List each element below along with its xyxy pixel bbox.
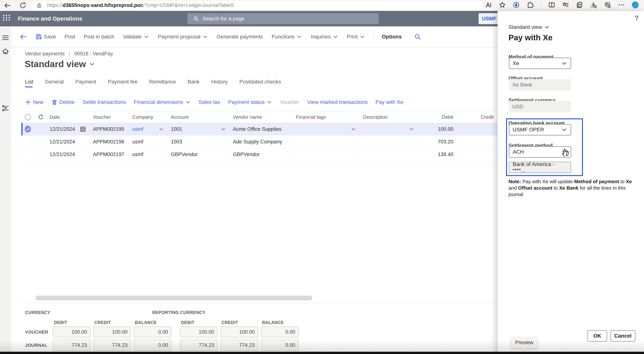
row-selected-check-icon[interactable] (25, 126, 31, 133)
column-header-description[interactable]: Description (360, 111, 418, 123)
cell-debit[interactable]: 138.40 (418, 148, 457, 161)
cell-credit[interactable] (457, 148, 498, 161)
column-header-voucher[interactable]: Voucher (90, 111, 129, 123)
cell-financial-tags[interactable] (292, 123, 360, 135)
cell-description[interactable] (360, 136, 418, 148)
toolbar-pay-with-xe-button[interactable]: Pay with Xe (376, 99, 404, 105)
toolbar-settle-transactions-button[interactable]: Settle transactions (82, 99, 126, 105)
favorites-star-icon[interactable] (499, 2, 506, 8)
action-print-button[interactable]: Print (347, 34, 365, 40)
operating-bank-account-chevron-down-icon[interactable] (561, 127, 567, 133)
cell-vendor-name[interactable]: Ade Supply Company (230, 136, 292, 148)
browser-reload-icon[interactable] (19, 2, 27, 10)
select-all-checkbox[interactable] (21, 111, 34, 123)
column-header-vendor-name[interactable]: Vendor name (230, 111, 292, 123)
toolbar-sales-tax-button[interactable]: Sales tax (198, 99, 220, 105)
preview-button[interactable]: Preview (511, 337, 538, 348)
cell-voucher[interactable]: APPM002195 (90, 123, 129, 135)
options-button[interactable]: Options (382, 34, 402, 40)
tab-general[interactable]: General (45, 79, 64, 88)
action-generate-payments-button[interactable]: Generate payments (217, 34, 263, 40)
chevron-down-icon[interactable] (221, 127, 226, 132)
action-validate-button[interactable]: Validate (123, 34, 149, 40)
toolbar-payment-status-button[interactable]: Payment status (228, 99, 272, 105)
column-header-debit[interactable]: Debit (418, 111, 457, 123)
cell-credit[interactable] (457, 136, 498, 148)
column-header-credit[interactable]: Credit (457, 111, 498, 123)
action-post-button[interactable]: Post (65, 34, 75, 40)
tab-remittance[interactable]: Remittance (149, 79, 176, 88)
collections-add-icon[interactable] (576, 2, 583, 8)
tab-payment[interactable]: Payment (75, 79, 96, 88)
home-icon[interactable] (2, 48, 9, 55)
action-payment-proposal-button[interactable]: Payment proposal (158, 34, 208, 40)
cell-company[interactable]: usmf (129, 148, 168, 161)
favorites-icon[interactable] (2, 61, 9, 69)
table-row[interactable]: 12/21/2024APPM002196usmf1003Ade Supply C… (21, 136, 498, 148)
cell-company[interactable]: usmf (129, 123, 168, 135)
calendar-icon[interactable] (80, 126, 86, 132)
cell-company[interactable]: usmf (129, 136, 168, 148)
table-row[interactable]: 12/21/2024APPM002197usmfGBPVendorGBPVend… (21, 148, 498, 161)
recent-icon[interactable] (2, 75, 9, 82)
split-screen-icon[interactable] (548, 2, 555, 8)
extensions-icon[interactable] (527, 2, 534, 8)
ellipsis-icon[interactable] (618, 2, 625, 8)
row-select-cell[interactable] (21, 123, 34, 135)
method-of-payment-select[interactable]: Xe (509, 58, 571, 69)
toolbar-financial-dimensions-button[interactable]: Financial dimensions (134, 99, 190, 105)
column-header-account[interactable]: Account (168, 111, 230, 123)
cell-financial-tags[interactable] (292, 136, 360, 148)
browser-back-icon[interactable] (4, 2, 11, 10)
cell-account[interactable]: GBPVendor (168, 148, 230, 161)
row-select-cell[interactable] (21, 136, 34, 148)
app-launcher-waffle-icon[interactable] (3, 15, 10, 21)
actionbar-search-icon[interactable] (414, 33, 421, 40)
ok-button[interactable]: OK (588, 330, 607, 341)
cell-debit[interactable]: 703.20 (418, 136, 457, 148)
horizontal-scrollbar[interactable] (36, 295, 312, 300)
cell-account[interactable]: 1003 (168, 136, 230, 148)
column-header-financial-tags[interactable]: Financial tags (292, 111, 360, 123)
panel-view-selector[interactable]: Standard view (508, 24, 550, 30)
favorites-hub-icon[interactable] (562, 2, 569, 8)
workspaces-icon[interactable] (2, 91, 9, 99)
cell-debit[interactable]: 100.00 (418, 123, 457, 135)
chevron-down-icon[interactable] (409, 127, 414, 132)
table-row[interactable]: 12/21/2024APPM002195usmf1001Acme Office … (21, 123, 498, 136)
cell-credit[interactable] (457, 123, 498, 135)
tab-postdated-checks[interactable]: Postdated checks (239, 79, 281, 88)
tab-bank[interactable]: Bank (188, 79, 200, 88)
cell-vendor-name[interactable]: GBPVendor (230, 148, 292, 161)
company-value[interactable]: usmf (132, 126, 144, 132)
view-chevron-down-icon[interactable] (89, 61, 95, 67)
breadcrumb-page[interactable]: Vendor payments (25, 51, 65, 57)
refresh-button[interactable] (34, 111, 46, 123)
search-input[interactable]: Search for a page (188, 13, 379, 24)
read-aloud-icon[interactable] (485, 2, 492, 8)
cell-account[interactable]: 1001 (168, 123, 230, 135)
cell-date[interactable]: 12/21/2024 (46, 136, 90, 148)
row-select-cell[interactable] (21, 148, 34, 161)
select-all-circle-icon[interactable] (25, 114, 31, 120)
tab-list[interactable]: List (25, 79, 33, 88)
copilot-icon[interactable] (632, 2, 639, 8)
cell-description[interactable] (360, 123, 418, 135)
column-header-date[interactable]: Date (46, 111, 90, 123)
toolbar-delete-button[interactable]: Delete (52, 99, 74, 105)
chevron-down-icon[interactable] (351, 127, 356, 132)
cell-description[interactable] (360, 148, 418, 161)
method-of-payment-chevron-down-icon[interactable] (561, 60, 567, 66)
help-icon[interactable]: ? (634, 14, 638, 22)
hamburger-icon[interactable] (2, 34, 9, 42)
password-manager-icon[interactable] (513, 2, 520, 8)
address-bar[interactable]: https://d365finops-sand.hifxpreprod.poc/… (31, 1, 483, 10)
toolbar-new-button[interactable]: New (25, 99, 44, 105)
cell-voucher[interactable]: APPM002197 (90, 148, 129, 161)
action-post-in-batch-button[interactable]: Post in batch (84, 34, 114, 40)
tab-payment-fee[interactable]: Payment fee (108, 79, 138, 88)
cell-voucher[interactable]: APPM002196 (90, 136, 129, 148)
action-inquiries-button[interactable]: Inquiries (311, 34, 338, 40)
modules-icon[interactable] (2, 104, 9, 112)
back-arrow-icon[interactable] (20, 33, 27, 41)
